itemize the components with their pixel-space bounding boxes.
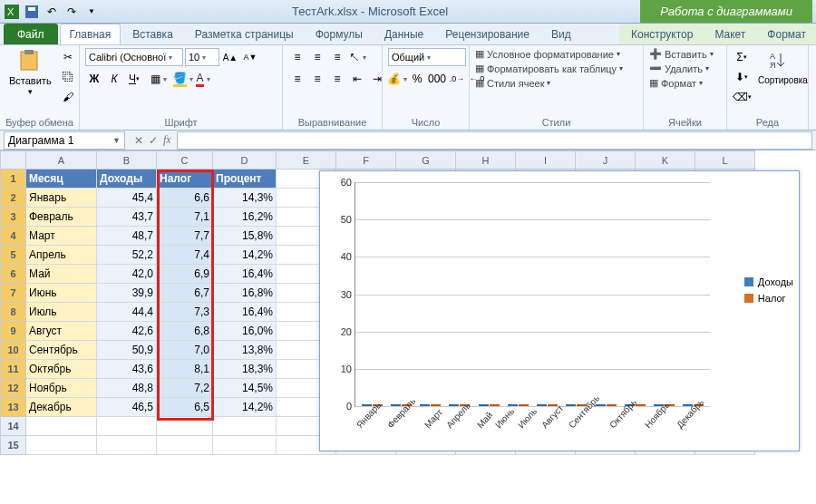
format-cells-button[interactable]: ▦Формат ▾ [649,77,703,89]
align-mid-icon[interactable]: ≡ [308,48,326,66]
align-center-icon[interactable]: ≡ [308,70,326,88]
cell-A4[interactable]: Март [26,227,97,246]
tab-format[interactable]: Формат [757,24,816,44]
sort-filter-button[interactable]: AЯ Сортировка [754,48,811,87]
cell-B1[interactable]: Доходы [97,170,157,189]
col-header-L[interactable]: L [695,151,755,170]
bar-Налог[interactable] [431,404,441,406]
col-header-H[interactable]: H [456,151,516,170]
bar-Доходы[interactable] [449,404,459,406]
col-header-C[interactable]: C [157,151,213,170]
orientation-icon[interactable]: ⭦ [348,48,366,66]
tab-data[interactable]: Данные [374,24,433,44]
row-header-9[interactable]: 9 [1,322,26,341]
bar-Доходы[interactable] [537,404,547,406]
cell-C7[interactable]: 6,7 [157,284,213,303]
cell-C6[interactable]: 6,9 [157,265,213,284]
cell-B3[interactable]: 43,7 [97,208,157,227]
insert-cells-button[interactable]: ➕Вставить ▾ [649,48,714,60]
align-right-icon[interactable]: ≡ [328,70,346,88]
row-header-6[interactable]: 6 [1,265,26,284]
cell-C12[interactable]: 7,2 [157,379,213,398]
format-as-table-button[interactable]: ▦Форматировать как таблицу ▾ [475,63,623,74]
cell-A5[interactable]: Апрель [26,246,97,265]
cell-D3[interactable]: 16,2% [213,208,277,227]
cell-A11[interactable]: Октябрь [26,360,97,379]
cell-A10[interactable]: Сентябрь [26,341,97,360]
cell-B13[interactable]: 46,5 [97,398,157,417]
chart-legend[interactable]: Доходы Налог [744,271,793,309]
cell-C13[interactable]: 6,5 [157,398,213,417]
cell-C11[interactable]: 8,1 [157,360,213,379]
cell-D9[interactable]: 16,0% [213,322,277,341]
tab-layout[interactable]: Макет [704,24,755,44]
number-format-combo[interactable]: Общий [388,48,466,66]
cell-A8[interactable]: Июль [26,303,97,322]
inc-decimal-icon[interactable]: .0→ [448,70,466,88]
cell-B7[interactable]: 39,9 [97,284,157,303]
indent-dec-icon[interactable]: ⇤ [348,70,366,88]
cell-D7[interactable]: 16,8% [213,284,277,303]
font-size-combo[interactable]: 10 [185,48,219,66]
bar-Доходы[interactable] [566,404,576,406]
col-header-F[interactable]: F [336,151,396,170]
cell-A2[interactable]: Январь [26,189,97,208]
font-color-icon[interactable]: A [194,70,212,88]
align-bot-icon[interactable]: ≡ [328,48,346,66]
cell-A13[interactable]: Декабрь [26,398,97,417]
row-header-10[interactable]: 10 [1,341,26,360]
bold-icon[interactable]: Ж [85,70,103,88]
cell-B6[interactable]: 42,0 [97,265,157,284]
tab-home[interactable]: Главная [60,24,121,44]
bar-group[interactable] [476,404,501,406]
fill-icon[interactable]: ⬇▾ [733,68,751,86]
cell-B12[interactable]: 48,8 [97,379,157,398]
col-header-I[interactable]: I [516,151,576,170]
plot-area[interactable]: 0102030405060 [355,182,710,407]
legend-item-2[interactable]: Налог [744,293,793,304]
row-header-13[interactable]: 13 [1,398,26,417]
shrink-font-icon[interactable]: A▼ [241,48,259,66]
row-header-14[interactable]: 14 [1,417,26,436]
cell-D1[interactable]: Процент [213,170,277,189]
grow-font-icon[interactable]: A▲ [221,48,239,66]
underline-icon[interactable]: Ч▾ [125,70,143,88]
cut-icon[interactable]: ✂ [59,48,77,66]
cell-C4[interactable]: 7,7 [157,227,213,246]
thousands-icon[interactable]: 000 [428,70,446,88]
cell-A14[interactable] [26,417,97,436]
clear-icon[interactable]: ⌫▾ [733,88,751,106]
copy-icon[interactable]: ⿻ [59,68,77,86]
font-name-combo[interactable]: Calibri (Основної [85,48,183,66]
redo-icon[interactable]: ↷ [63,4,80,20]
cell-C8[interactable]: 7,3 [157,303,213,322]
cell-C14[interactable] [157,417,213,436]
cell-D14[interactable] [213,417,277,436]
col-header-K[interactable]: K [636,151,695,170]
tab-view[interactable]: Вид [541,24,581,44]
align-left-icon[interactable]: ≡ [288,70,306,88]
tab-file[interactable]: Файл [4,24,58,44]
cell-A3[interactable]: Февраль [26,208,97,227]
cell-C9[interactable]: 6,8 [157,322,213,341]
border-icon[interactable]: ▦ [150,70,168,88]
row-header-4[interactable]: 4 [1,227,26,246]
cell-B2[interactable]: 45,4 [97,189,157,208]
cell-D12[interactable]: 14,5% [213,379,277,398]
cell-A12[interactable]: Ноябрь [26,379,97,398]
align-top-icon[interactable]: ≡ [288,48,306,66]
cell-D13[interactable]: 14,2% [213,398,277,417]
col-header-D[interactable]: D [213,151,277,170]
col-header-E[interactable]: E [277,151,336,170]
cell-C2[interactable]: 6,6 [157,189,213,208]
row-header-11[interactable]: 11 [1,360,26,379]
cell-D4[interactable]: 15,8% [213,227,277,246]
excel-icon[interactable]: X [4,4,20,20]
row-header-8[interactable]: 8 [1,303,26,322]
col-header-B[interactable]: B [97,151,157,170]
cell-styles-button[interactable]: ▦Стили ячеек ▾ [475,77,550,89]
cell-D15[interactable] [213,436,277,455]
enter-formula-icon[interactable]: ✓ [149,134,158,147]
cell-B11[interactable]: 43,6 [97,360,157,379]
cell-D8[interactable]: 16,4% [213,303,277,322]
